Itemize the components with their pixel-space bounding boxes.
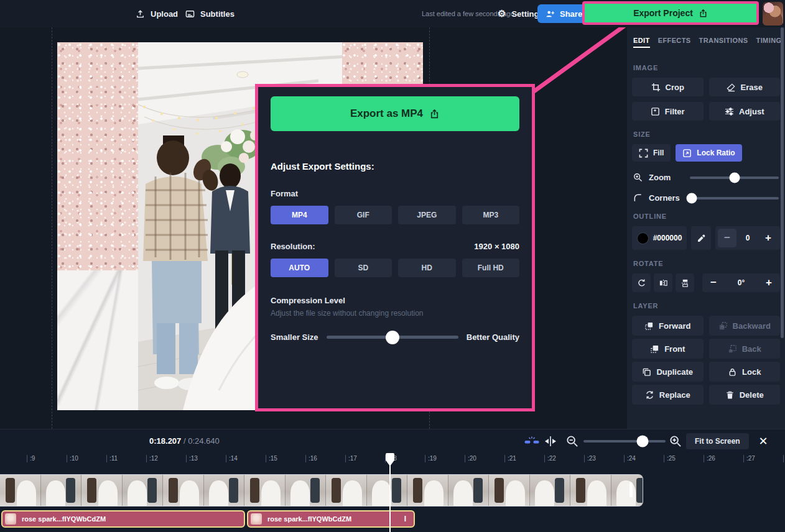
ruler-tick: :10 [67,455,78,462]
upload-button[interactable]: Upload [136,0,178,27]
tab-edit[interactable]: EDIT [633,37,650,48]
ruler-tick: :19 [425,455,437,462]
corners-slider[interactable] [690,197,779,200]
audio-clip-name: rose spark...fIYQWbCdZM [22,515,106,523]
lock-button[interactable]: Lock [709,362,781,382]
user-avatar[interactable] [763,2,783,25]
ruler-tick: :13 [186,455,198,462]
delete-button[interactable]: Delete [709,385,781,405]
bring-front-icon [650,344,659,354]
zoom-out-icon[interactable] [566,429,578,453]
timeline-close-icon[interactable]: ✕ [755,433,771,449]
gear-icon: ⚙ [498,8,506,19]
backward-button[interactable]: Backward [709,316,781,336]
lock-ratio-button[interactable]: Lock Ratio [676,144,741,162]
rotate-minus-button[interactable]: − [705,275,722,290]
zoom-slider-thumb[interactable] [729,172,740,183]
compression-slider[interactable] [327,336,458,339]
rotate-icon [637,278,646,288]
video-trim-handle[interactable] [629,482,633,497]
tab-transitions[interactable]: TRANSITIONS [699,37,748,48]
erase-label: Erase [741,83,763,92]
fill-button[interactable]: Fill [632,144,671,162]
rotate-section-label: ROTATE [633,260,779,267]
glitter-overlay-top-right[interactable] [342,42,423,87]
rotate-button[interactable] [632,273,651,292]
corner-icon [633,193,643,203]
send-backward-icon [718,321,728,331]
outline-section-label: OUTLINE [633,213,779,220]
video-track[interactable] [0,474,643,507]
replace-button[interactable]: Replace [632,385,704,405]
resolution-option-sd[interactable]: SD [335,259,392,277]
crop-icon [651,83,661,92]
current-time: 0:18.207 [149,436,181,446]
snap-toggle-button[interactable] [524,429,539,453]
glitter-overlay-left[interactable] [57,42,138,410]
crop-button[interactable]: Crop [632,78,704,96]
resolution-option-full-hd[interactable]: Full HD [462,259,520,277]
back-button[interactable]: Back [709,339,781,359]
tab-effects[interactable]: EFFECTS [658,37,691,48]
outline-width-value: 0 [746,234,750,242]
filter-button[interactable]: Filter [632,102,704,121]
resolution-option-auto[interactable]: AUTO [271,259,328,277]
compression-subtitle: Adjust the file size without changing re… [271,309,519,318]
duplicate-icon [642,367,651,377]
format-option-jpeg[interactable]: JPEG [398,206,456,224]
subtitles-label: Subtitles [200,9,235,19]
audio-clip[interactable]: rose spark...fIYQWbCdZM [1,510,245,528]
filter-icon [651,107,660,116]
erase-button[interactable]: Erase [709,78,781,96]
tab-timing[interactable]: TIMING [756,37,782,48]
resolution-option-hd[interactable]: HD [398,259,456,277]
outline-color-button[interactable]: #000000 [632,226,687,250]
time-display: 0:18.207 / 0:24.640 [149,436,220,446]
timeline-zoom-slider[interactable] [583,440,666,443]
compression-title: Compression Level [271,296,519,305]
ruler-tick: :16 [305,455,317,462]
lock-label: Lock [742,367,761,377]
format-option-mp4[interactable]: MP4 [271,206,328,224]
export-upload-icon [429,109,440,119]
export-as-mp4-button[interactable]: Export as MP4 [271,96,519,131]
adjust-button[interactable]: Adjust [709,102,781,121]
rotate-plus-button[interactable]: + [760,275,778,290]
eyedropper-button[interactable] [691,226,711,250]
ruler-tick: :26 [704,455,715,462]
rotate-angle-stepper: − 0° + [702,273,780,292]
forward-button[interactable]: Forward [632,316,704,336]
audio-clip-name: rose spark...fIYQWbCdZM [267,515,351,523]
subtitles-button[interactable]: Subtitles [185,0,235,27]
front-button[interactable]: Front [632,339,704,359]
ruler-tick: :17 [345,455,357,462]
flip-horizontal-button[interactable] [654,273,672,292]
video-frame-thumbnail [286,475,327,506]
canvas-guide-left [52,27,52,429]
outline-width-minus-button[interactable]: − [718,229,736,247]
corners-slider-thumb[interactable] [686,193,697,203]
format-option-mp3[interactable]: MP3 [462,206,520,224]
format-option-gif[interactable]: GIF [335,206,392,224]
sidebar-scrollbar[interactable] [781,27,784,338]
share-person-icon [546,9,555,19]
outline-width-plus-button[interactable]: + [759,229,778,247]
zoom-in-icon[interactable] [669,429,682,453]
flip-vertical-button[interactable] [676,273,694,292]
ruler-tick: :11 [106,455,118,462]
settings-button[interactable]: ⚙ Settings [498,0,544,27]
topbar: Upload Subtitles Last edited a few secon… [0,0,785,27]
video-editor-app: Export as MP4 Adjust Export Settings: Fo… [0,0,785,532]
compression-slider-thumb[interactable] [386,331,399,344]
fit-to-screen-button[interactable]: Fit to Screen [686,433,749,449]
flip-vertical-icon [680,278,690,288]
video-frame-thumbnail [163,475,204,506]
duplicate-button[interactable]: Duplicate [632,362,704,382]
zoom-slider[interactable] [690,177,779,179]
backward-label: Backward [733,321,771,331]
split-button[interactable] [544,429,557,453]
format-options: MP4GIFJPEGMP3 [271,206,519,224]
timeline-zoom-thumb[interactable] [637,436,649,447]
duplicate-label: Duplicate [656,367,693,377]
export-project-button[interactable]: Export Project [585,4,756,22]
